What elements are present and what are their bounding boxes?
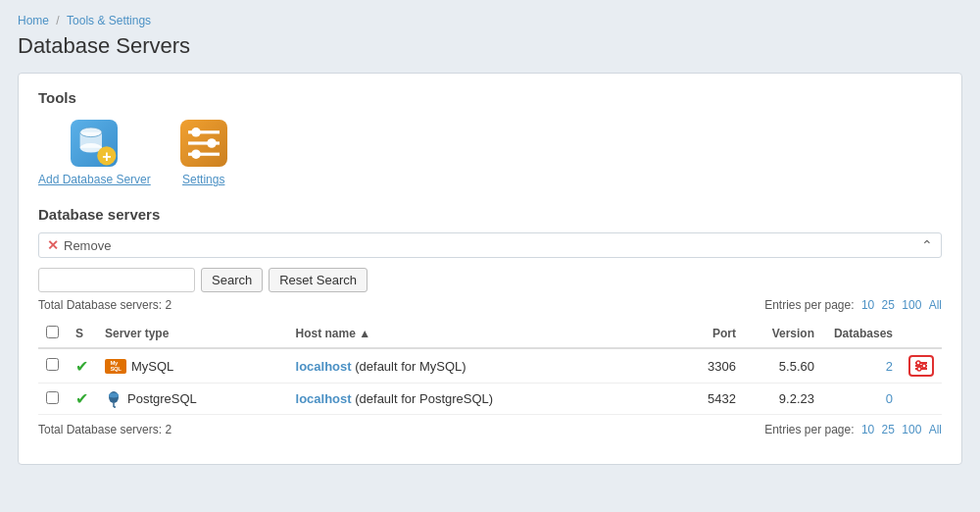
svg-point-11 xyxy=(191,149,201,159)
row-checkbox xyxy=(38,384,68,415)
breadcrumb-tools-settings[interactable]: Tools & Settings xyxy=(67,14,151,27)
settings-label: Settings xyxy=(182,173,224,186)
servers-table: S Server type Host name ▲ Port Version D… xyxy=(38,320,942,415)
toolbar: ✕ Remove ⌃ xyxy=(38,232,942,258)
search-row: Search Reset Search xyxy=(38,268,942,292)
row-hostname: localhost (default for PostgreSQL) xyxy=(288,384,665,415)
row-port: 5432 xyxy=(665,384,744,415)
breadcrumb: Home / Tools & Settings xyxy=(18,14,962,27)
entries-per-page: Entries per page: 10 25 100 All xyxy=(764,298,942,312)
databases-link[interactable]: 0 xyxy=(886,391,893,406)
table-header-row: S Server type Host name ▲ Port Version D… xyxy=(38,320,942,348)
row-version: 5.5.60 xyxy=(744,348,822,384)
hostname-link[interactable]: localhost xyxy=(296,359,352,374)
entries-25-bottom[interactable]: 25 xyxy=(882,423,895,436)
col-actions xyxy=(901,320,942,348)
col-hostname[interactable]: Host name ▲ xyxy=(288,320,665,348)
stats-row-bottom: Total Database servers: 2 Entries per pa… xyxy=(38,423,942,436)
row-actions xyxy=(901,348,942,384)
svg-point-9 xyxy=(207,138,217,148)
total-label-bottom: Total Database servers: 2 xyxy=(38,423,172,436)
page-title: Database Servers xyxy=(18,33,962,59)
row-actions xyxy=(901,384,942,415)
toolbar-left: ✕ Remove xyxy=(47,237,111,253)
collapse-button[interactable]: ⌃ xyxy=(921,237,933,253)
entries-all-bottom[interactable]: All xyxy=(929,423,942,436)
row-checkbox xyxy=(38,348,68,384)
hostname-link[interactable]: localhost xyxy=(296,391,352,406)
remove-label: Remove xyxy=(64,238,111,253)
entries-per-page-bottom: Entries per page: 10 25 100 All xyxy=(764,423,942,436)
select-all-checkbox[interactable] xyxy=(46,326,59,338)
row-databases: 0 xyxy=(822,384,901,415)
entries-10[interactable]: 10 xyxy=(861,298,874,312)
settings-tool[interactable]: Settings xyxy=(180,120,227,186)
table-row: ✔ PostgreSQL localhost (default for Post… xyxy=(38,384,942,415)
entries-10-bottom[interactable]: 10 xyxy=(861,423,874,436)
row-status: ✔ xyxy=(68,348,97,384)
col-port: Port xyxy=(665,320,744,348)
add-db-icon: + xyxy=(71,120,118,167)
svg-point-15 xyxy=(916,361,920,365)
row-version: 9.2.23 xyxy=(744,384,822,415)
add-database-server-tool[interactable]: + Add Database Server xyxy=(38,120,151,186)
svg-point-19 xyxy=(109,392,119,397)
reset-search-button[interactable]: Reset Search xyxy=(269,268,368,292)
breadcrumb-home[interactable]: Home xyxy=(18,14,49,27)
db-servers-title: Database servers xyxy=(38,206,942,223)
entries-100-bottom[interactable]: 100 xyxy=(902,423,921,436)
db-servers-section: Database servers ✕ Remove ⌃ Search Reset… xyxy=(38,206,942,436)
svg-point-17 xyxy=(917,367,921,371)
row-server-type: PostgreSQL xyxy=(97,384,288,415)
entries-100[interactable]: 100 xyxy=(902,298,921,312)
stats-row: Total Database servers: 2 Entries per pa… xyxy=(38,298,942,312)
main-card: Tools + Add Database Server xyxy=(18,73,962,465)
add-db-label: Add Database Server xyxy=(38,173,151,186)
entries-all[interactable]: All xyxy=(929,298,942,312)
table-row: ✔ MySQL MySQL localhost (default for MyS… xyxy=(38,348,942,384)
manage-icon xyxy=(913,359,929,373)
entries-25[interactable]: 25 xyxy=(882,298,895,312)
tools-section-title: Tools xyxy=(38,89,942,106)
row-port: 3306 xyxy=(665,348,744,384)
col-checkbox xyxy=(38,320,68,348)
col-status: S xyxy=(68,320,97,348)
mysql-icon: MySQL xyxy=(105,359,126,374)
col-databases: Databases xyxy=(822,320,901,348)
row-hostname: localhost (default for MySQL) xyxy=(288,348,665,384)
remove-button[interactable]: ✕ Remove xyxy=(47,237,111,253)
breadcrumb-separator: / xyxy=(56,14,63,27)
databases-link[interactable]: 2 xyxy=(886,359,893,374)
row-status: ✔ xyxy=(68,384,97,415)
col-version: Version xyxy=(744,320,822,348)
row-select-checkbox[interactable] xyxy=(46,391,59,404)
svg-point-16 xyxy=(922,364,926,368)
total-label: Total Database servers: 2 xyxy=(38,298,172,312)
row-databases: 2 xyxy=(822,348,901,384)
row-server-type: MySQL MySQL xyxy=(97,348,288,384)
remove-x-icon: ✕ xyxy=(47,237,59,253)
settings-icon xyxy=(180,120,227,167)
tools-row: + Add Database Server Settings xyxy=(38,120,942,186)
svg-point-7 xyxy=(191,128,201,137)
col-server-type: Server type xyxy=(97,320,288,348)
svg-text:+: + xyxy=(102,148,111,165)
postgresql-icon xyxy=(105,390,122,408)
manage-button[interactable] xyxy=(908,355,934,377)
search-input[interactable] xyxy=(38,268,195,292)
row-select-checkbox[interactable] xyxy=(46,358,59,371)
search-button[interactable]: Search xyxy=(201,268,263,292)
